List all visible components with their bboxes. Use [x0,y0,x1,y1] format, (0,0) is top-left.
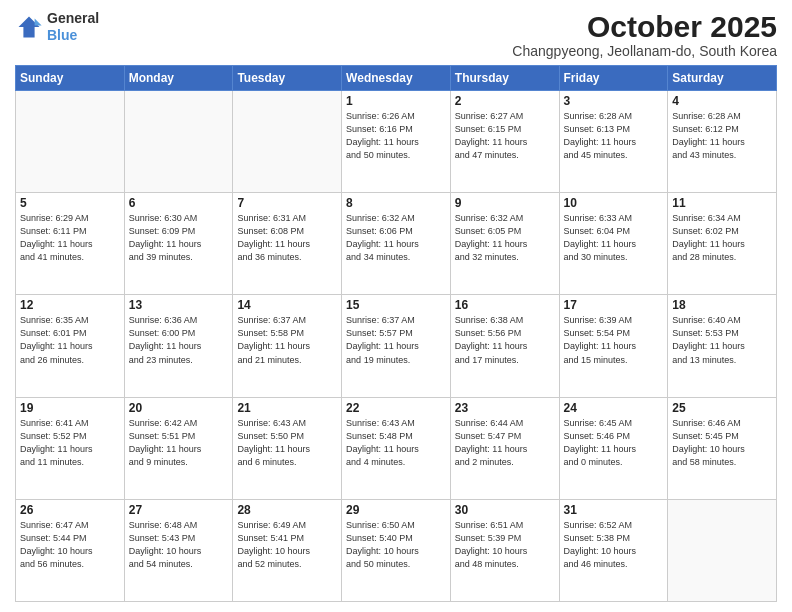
calendar-cell [16,91,125,193]
calendar-cell: 17Sunrise: 6:39 AM Sunset: 5:54 PM Dayli… [559,295,668,397]
calendar-cell: 27Sunrise: 6:48 AM Sunset: 5:43 PM Dayli… [124,499,233,601]
day-number: 11 [672,196,772,210]
day-number: 8 [346,196,446,210]
day-info: Sunrise: 6:38 AM Sunset: 5:56 PM Dayligh… [455,314,555,366]
day-number: 28 [237,503,337,517]
calendar-cell: 16Sunrise: 6:38 AM Sunset: 5:56 PM Dayli… [450,295,559,397]
day-number: 6 [129,196,229,210]
day-number: 2 [455,94,555,108]
day-number: 15 [346,298,446,312]
day-number: 1 [346,94,446,108]
calendar-cell: 26Sunrise: 6:47 AM Sunset: 5:44 PM Dayli… [16,499,125,601]
calendar-week-1: 1Sunrise: 6:26 AM Sunset: 6:16 PM Daylig… [16,91,777,193]
calendar-cell: 23Sunrise: 6:44 AM Sunset: 5:47 PM Dayli… [450,397,559,499]
day-number: 20 [129,401,229,415]
day-info: Sunrise: 6:32 AM Sunset: 6:05 PM Dayligh… [455,212,555,264]
day-info: Sunrise: 6:49 AM Sunset: 5:41 PM Dayligh… [237,519,337,571]
month-title: October 2025 [512,10,777,43]
page: General Blue October 2025 Changpyeong, J… [0,0,792,612]
calendar-cell: 5Sunrise: 6:29 AM Sunset: 6:11 PM Daylig… [16,193,125,295]
header: General Blue October 2025 Changpyeong, J… [15,10,777,59]
svg-marker-1 [35,18,42,25]
calendar-cell: 19Sunrise: 6:41 AM Sunset: 5:52 PM Dayli… [16,397,125,499]
calendar-cell: 24Sunrise: 6:45 AM Sunset: 5:46 PM Dayli… [559,397,668,499]
day-number: 4 [672,94,772,108]
calendar-cell: 25Sunrise: 6:46 AM Sunset: 5:45 PM Dayli… [668,397,777,499]
day-number: 12 [20,298,120,312]
day-info: Sunrise: 6:33 AM Sunset: 6:04 PM Dayligh… [564,212,664,264]
calendar-cell: 13Sunrise: 6:36 AM Sunset: 6:00 PM Dayli… [124,295,233,397]
day-info: Sunrise: 6:27 AM Sunset: 6:15 PM Dayligh… [455,110,555,162]
day-number: 10 [564,196,664,210]
col-tuesday: Tuesday [233,66,342,91]
day-info: Sunrise: 6:43 AM Sunset: 5:50 PM Dayligh… [237,417,337,469]
day-info: Sunrise: 6:37 AM Sunset: 5:57 PM Dayligh… [346,314,446,366]
day-info: Sunrise: 6:48 AM Sunset: 5:43 PM Dayligh… [129,519,229,571]
day-number: 14 [237,298,337,312]
calendar-cell: 8Sunrise: 6:32 AM Sunset: 6:06 PM Daylig… [342,193,451,295]
col-wednesday: Wednesday [342,66,451,91]
day-number: 26 [20,503,120,517]
col-friday: Friday [559,66,668,91]
day-info: Sunrise: 6:40 AM Sunset: 5:53 PM Dayligh… [672,314,772,366]
day-info: Sunrise: 6:47 AM Sunset: 5:44 PM Dayligh… [20,519,120,571]
calendar-cell: 18Sunrise: 6:40 AM Sunset: 5:53 PM Dayli… [668,295,777,397]
calendar-cell: 28Sunrise: 6:49 AM Sunset: 5:41 PM Dayli… [233,499,342,601]
day-info: Sunrise: 6:51 AM Sunset: 5:39 PM Dayligh… [455,519,555,571]
calendar-cell: 30Sunrise: 6:51 AM Sunset: 5:39 PM Dayli… [450,499,559,601]
calendar-cell: 6Sunrise: 6:30 AM Sunset: 6:09 PM Daylig… [124,193,233,295]
day-info: Sunrise: 6:45 AM Sunset: 5:46 PM Dayligh… [564,417,664,469]
col-thursday: Thursday [450,66,559,91]
day-number: 3 [564,94,664,108]
day-info: Sunrise: 6:35 AM Sunset: 6:01 PM Dayligh… [20,314,120,366]
col-sunday: Sunday [16,66,125,91]
subtitle: Changpyeong, Jeollanam-do, South Korea [512,43,777,59]
day-info: Sunrise: 6:28 AM Sunset: 6:12 PM Dayligh… [672,110,772,162]
calendar-cell: 4Sunrise: 6:28 AM Sunset: 6:12 PM Daylig… [668,91,777,193]
calendar-cell: 2Sunrise: 6:27 AM Sunset: 6:15 PM Daylig… [450,91,559,193]
day-number: 18 [672,298,772,312]
calendar-cell: 12Sunrise: 6:35 AM Sunset: 6:01 PM Dayli… [16,295,125,397]
calendar-week-5: 26Sunrise: 6:47 AM Sunset: 5:44 PM Dayli… [16,499,777,601]
day-info: Sunrise: 6:34 AM Sunset: 6:02 PM Dayligh… [672,212,772,264]
day-number: 31 [564,503,664,517]
day-number: 29 [346,503,446,517]
day-number: 23 [455,401,555,415]
day-number: 30 [455,503,555,517]
calendar-cell: 10Sunrise: 6:33 AM Sunset: 6:04 PM Dayli… [559,193,668,295]
calendar-cell [124,91,233,193]
calendar-cell: 9Sunrise: 6:32 AM Sunset: 6:05 PM Daylig… [450,193,559,295]
logo-icon [15,13,43,41]
day-info: Sunrise: 6:32 AM Sunset: 6:06 PM Dayligh… [346,212,446,264]
day-info: Sunrise: 6:43 AM Sunset: 5:48 PM Dayligh… [346,417,446,469]
title-block: October 2025 Changpyeong, Jeollanam-do, … [512,10,777,59]
day-number: 5 [20,196,120,210]
calendar-week-4: 19Sunrise: 6:41 AM Sunset: 5:52 PM Dayli… [16,397,777,499]
day-info: Sunrise: 6:36 AM Sunset: 6:00 PM Dayligh… [129,314,229,366]
calendar-week-3: 12Sunrise: 6:35 AM Sunset: 6:01 PM Dayli… [16,295,777,397]
day-number: 17 [564,298,664,312]
day-number: 7 [237,196,337,210]
day-info: Sunrise: 6:39 AM Sunset: 5:54 PM Dayligh… [564,314,664,366]
logo-text: General Blue [47,10,99,44]
col-saturday: Saturday [668,66,777,91]
logo-general: General [47,10,99,27]
calendar-cell: 29Sunrise: 6:50 AM Sunset: 5:40 PM Dayli… [342,499,451,601]
calendar-week-2: 5Sunrise: 6:29 AM Sunset: 6:11 PM Daylig… [16,193,777,295]
day-info: Sunrise: 6:46 AM Sunset: 5:45 PM Dayligh… [672,417,772,469]
day-number: 21 [237,401,337,415]
calendar-cell [668,499,777,601]
day-info: Sunrise: 6:37 AM Sunset: 5:58 PM Dayligh… [237,314,337,366]
day-info: Sunrise: 6:28 AM Sunset: 6:13 PM Dayligh… [564,110,664,162]
calendar-cell [233,91,342,193]
day-number: 19 [20,401,120,415]
day-info: Sunrise: 6:26 AM Sunset: 6:16 PM Dayligh… [346,110,446,162]
day-number: 25 [672,401,772,415]
calendar-cell: 22Sunrise: 6:43 AM Sunset: 5:48 PM Dayli… [342,397,451,499]
day-info: Sunrise: 6:31 AM Sunset: 6:08 PM Dayligh… [237,212,337,264]
calendar-cell: 1Sunrise: 6:26 AM Sunset: 6:16 PM Daylig… [342,91,451,193]
col-monday: Monday [124,66,233,91]
day-number: 13 [129,298,229,312]
svg-marker-0 [19,16,40,37]
calendar-cell: 31Sunrise: 6:52 AM Sunset: 5:38 PM Dayli… [559,499,668,601]
